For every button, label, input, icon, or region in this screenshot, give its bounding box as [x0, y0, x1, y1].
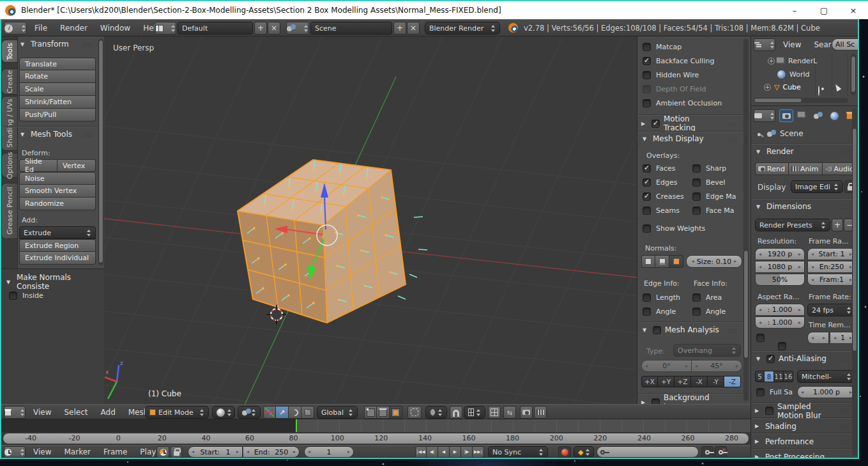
scrollbar-thumb[interactable] — [754, 98, 802, 103]
outliner-row-renderlayers[interactable]: + RenderL — [768, 57, 817, 65]
add-layout-button[interactable]: + — [254, 22, 267, 35]
delete-keyframe-button[interactable]: ✕ — [715, 446, 727, 458]
menu-frame[interactable]: Frame — [97, 445, 133, 458]
checkbox[interactable] — [643, 206, 651, 215]
frame-step-field[interactable]: ◂Fram:1▸ — [807, 274, 856, 286]
outliner-row-world[interactable]: World — [777, 70, 810, 79]
menu-select[interactable]: Select — [57, 405, 94, 420]
checkbox[interactable] — [692, 192, 701, 201]
add-preset-button[interactable]: + — [832, 219, 843, 231]
display-mode-dropdown[interactable]: Image Edi — [791, 180, 843, 193]
record-button[interactable] — [558, 446, 571, 458]
manipulator-translate-button-active[interactable]: ↗ — [276, 406, 289, 419]
tab-world[interactable] — [827, 109, 841, 122]
snap-toggle-button[interactable] — [450, 406, 462, 419]
button-rotate[interactable]: Rotate — [19, 70, 96, 83]
render-presets-dropdown[interactable]: Render Presets — [755, 219, 830, 231]
mesh-analysis-panel-header[interactable]: ▼ Mesh Analysis :::: — [643, 325, 740, 334]
checkbox[interactable] — [643, 71, 651, 79]
option-face-ma[interactable]: Face Ma — [692, 204, 742, 217]
lock-frame-button[interactable] — [171, 446, 182, 458]
menu-view[interactable]: View — [777, 37, 807, 52]
timeline-editor-selector[interactable] — [4, 446, 26, 458]
samples-8[interactable]: 8 — [765, 371, 774, 382]
checkbox[interactable] — [643, 164, 651, 173]
checkbox[interactable] — [765, 407, 773, 415]
checkbox[interactable] — [643, 85, 651, 93]
end-frame-field[interactable]: ◂End:250▸ — [243, 446, 300, 458]
next-keyframe-button[interactable]: |▶ — [461, 446, 473, 458]
option-inside[interactable]: Inside — [9, 289, 43, 302]
option-area[interactable]: Area — [692, 291, 742, 304]
checkbox[interactable] — [9, 291, 17, 300]
option-edges[interactable]: Edges — [643, 176, 692, 189]
checkbox[interactable] — [756, 388, 765, 396]
scrollbar-thumb[interactable] — [851, 56, 856, 93]
option-hidden-wire[interactable]: Hidden Wire — [643, 68, 738, 82]
tool-shelf-scrollbar[interactable] — [98, 39, 103, 265]
checkbox[interactable] — [766, 355, 775, 363]
samples-11[interactable]: 11 — [774, 371, 784, 382]
snap-target-button[interactable] — [488, 406, 501, 419]
menu-render[interactable]: Render — [54, 20, 94, 36]
option-sharp[interactable]: Sharp — [692, 162, 742, 175]
option-show-weights[interactable]: Show Weights — [643, 222, 705, 235]
option-seams[interactable]: Seams — [643, 204, 692, 217]
preview-range-button[interactable] — [156, 446, 169, 458]
button-randomize[interactable]: Randomize — [19, 198, 96, 210]
option-depth-of-field[interactable]: Depth Of Field — [643, 82, 738, 96]
remove-layout-button[interactable]: × — [268, 22, 280, 35]
aa-filter-dropdown[interactable]: Mitchell- — [797, 370, 856, 383]
button-translate[interactable]: Translate — [19, 58, 96, 70]
sync-dropdown[interactable]: No Sync — [488, 446, 548, 458]
outliner-editor-selector[interactable] — [754, 38, 775, 51]
scene-name-field[interactable]: Scene — [310, 22, 392, 35]
menu-view[interactable]: View — [27, 405, 57, 420]
minimize-button[interactable]: – — [780, 1, 809, 19]
tab-grease-pencil[interactable]: Grease Pencil — [1, 183, 17, 239]
checkbox[interactable] — [692, 293, 701, 302]
checkbox[interactable] — [653, 326, 661, 334]
option-full-sample[interactable]: Full Sa — [756, 385, 793, 398]
vertex-per-face-normals-button[interactable] — [655, 255, 669, 268]
editor-type-selector[interactable]: i — [4, 22, 27, 35]
checkbox[interactable] — [643, 307, 651, 316]
checkbox[interactable] — [643, 57, 651, 65]
checkbox[interactable] — [692, 206, 701, 215]
timeline-canvas[interactable] — [1, 419, 750, 432]
menu-marker[interactable]: Marker — [57, 445, 96, 458]
outliner-scope-dropdown[interactable]: All Sc — [832, 38, 858, 50]
manipulator-axis-button[interactable] — [263, 406, 276, 419]
option-matcap[interactable]: Matcap — [643, 40, 738, 54]
normals-size-field[interactable]: ◂Size: 0.10▸ — [686, 255, 742, 268]
option-edge-ma[interactable]: Edge Ma — [692, 190, 742, 203]
resolution-x-field[interactable]: ◂1920 p▸ — [755, 248, 805, 260]
option-angle[interactable]: Angle — [692, 305, 742, 318]
current-frame-field[interactable]: ◂1▸ — [304, 446, 354, 458]
manipulator-rotate-button[interactable] — [289, 406, 301, 419]
samples-5[interactable]: 5 — [755, 371, 765, 382]
remove-scene-button[interactable]: × — [407, 22, 420, 35]
outliner-v-scrollbar[interactable] — [851, 54, 856, 95]
play-button[interactable]: ▶ — [450, 446, 461, 458]
button-noise[interactable]: Noise — [19, 172, 96, 185]
viewport-3d[interactable]: z x User Persp (1) Cube — [104, 36, 637, 404]
menu-file[interactable]: File — [28, 20, 54, 36]
checkbox[interactable] — [643, 293, 651, 302]
render-animation-button[interactable]: Anim — [789, 162, 823, 175]
resolution-percentage-slider[interactable]: 50% — [755, 274, 805, 286]
button-extrude-region[interactable]: Extrude Region — [19, 239, 96, 252]
viewport-editor-selector[interactable] — [4, 406, 26, 419]
mode-dropdown[interactable]: Edit Mode — [145, 406, 209, 419]
mesh-tools-panel-header[interactable]: ▼ Mesh Tools :::: — [20, 130, 95, 139]
item-label[interactable]: RenderL — [788, 57, 817, 65]
axis-z[interactable]: +Z — [674, 376, 691, 387]
option-length[interactable]: Length — [643, 291, 692, 304]
mesh-display-panel-header[interactable]: ▼ Mesh Display :::: — [643, 134, 740, 143]
anti-aliasing-panel-header[interactable]: ▼ Anti-Aliasing :::: — [756, 354, 853, 363]
tab-shading-uvs[interactable]: Shading / UVs — [1, 96, 17, 151]
resolution-y-field[interactable]: ◂1080 p▸ — [755, 261, 805, 273]
tab-render[interactable] — [779, 109, 793, 122]
checkbox[interactable] — [692, 307, 701, 316]
axis-x[interactable]: +X — [641, 376, 658, 387]
